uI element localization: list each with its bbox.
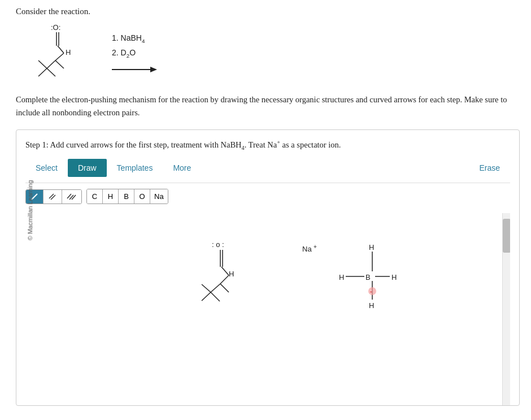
oxygen-button[interactable]: O (134, 189, 150, 203)
svg-line-29 (211, 292, 220, 301)
reaction-diagram: :O: H 1. NaBH4 2. D2O (27, 22, 520, 84)
svg-text:: o :: : o : (212, 240, 224, 249)
drawing-area[interactable]: : o : H Na + H (25, 213, 510, 405)
svg-line-28 (202, 292, 211, 301)
toolbar: Select Draw Templates More Erase (25, 159, 510, 183)
svg-text:H: H (369, 301, 374, 310)
svg-text:B: B (365, 273, 371, 282)
more-button[interactable]: More (163, 159, 201, 177)
reaction-arrow (112, 64, 157, 75)
triple-bond-button[interactable] (62, 190, 81, 203)
description-text: Complete the electron-pushing mechanism … (16, 93, 520, 119)
hydrogen-button[interactable]: H (103, 189, 119, 203)
svg-line-6 (55, 60, 64, 68)
svg-line-25 (220, 284, 229, 292)
atom-tool-group: C H B O Na (86, 189, 168, 204)
step-box: Step 1: Add curved arrows for the first … (16, 129, 520, 406)
draw-tools-row: C H B O Na (25, 189, 510, 204)
svg-line-7 (47, 60, 55, 68)
svg-marker-12 (150, 67, 157, 72)
boron-button[interactable]: B (119, 189, 134, 203)
svg-line-27 (202, 284, 211, 292)
templates-button[interactable]: Templates (107, 159, 163, 177)
svg-text:H: H (391, 273, 397, 282)
svg-text:H: H (339, 273, 344, 282)
scrollbar-track[interactable] (502, 213, 510, 405)
svg-text:+: + (314, 244, 317, 250)
canvas-svg: : o : H Na + H (25, 213, 510, 394)
scrollbar-thumb[interactable] (503, 219, 510, 253)
svg-text:-: - (370, 288, 372, 295)
carbon-button[interactable]: C (87, 189, 103, 203)
select-button[interactable]: Select (25, 159, 68, 177)
svg-line-26 (211, 284, 220, 292)
draw-button[interactable]: Draw (68, 159, 107, 177)
svg-text:Na: Na (302, 245, 312, 253)
double-bond-button[interactable] (43, 190, 62, 203)
starting-material-svg: :O: H (27, 22, 95, 84)
svg-line-10 (47, 68, 55, 76)
svg-line-9 (38, 68, 47, 76)
step-title: Step 1: Add curved arrows for the first … (25, 139, 510, 151)
svg-text:H: H (369, 243, 374, 252)
svg-line-8 (38, 60, 47, 68)
svg-text:H: H (229, 270, 234, 278)
erase-button[interactable]: Erase (469, 159, 510, 177)
sodium-button[interactable]: Na (150, 189, 168, 203)
bond-tool-group (25, 189, 82, 204)
svg-line-23 (221, 267, 229, 275)
reagent-text: 1. NaBH4 2. D2O (112, 31, 145, 61)
svg-line-24 (220, 275, 229, 284)
svg-text:H: H (66, 48, 71, 57)
svg-line-4 (58, 46, 64, 53)
svg-line-5 (55, 53, 64, 60)
consider-text: Consider the reaction. (16, 7, 520, 16)
svg-text::O:: :O: (51, 23, 60, 32)
